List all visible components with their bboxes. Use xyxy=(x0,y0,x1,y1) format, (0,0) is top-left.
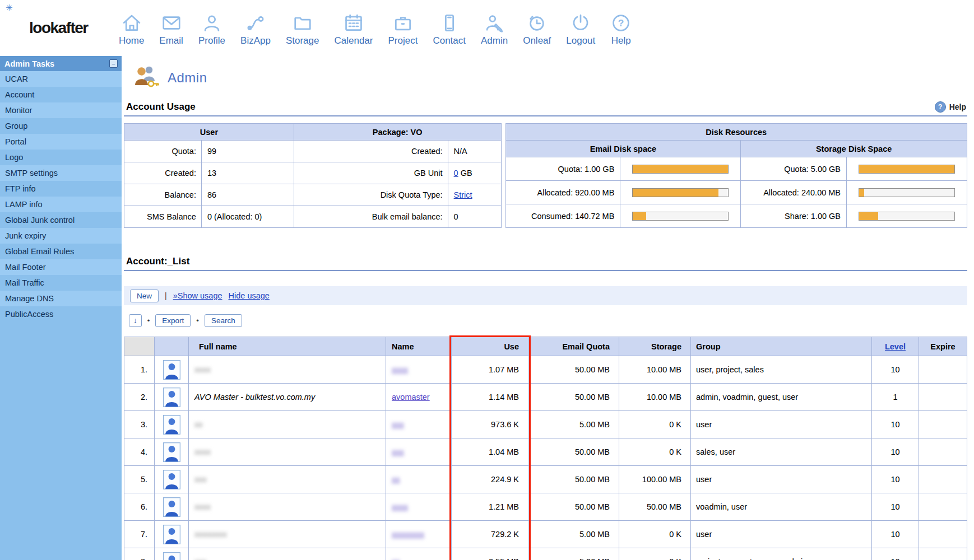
full-name-text: xxxx xyxy=(194,447,211,456)
disk-row-2: Consumed: 140.72 MBShare: 1.00 GB xyxy=(505,204,967,228)
level-value: 10 xyxy=(872,356,919,384)
account-link[interactable]: xx xyxy=(392,475,400,484)
email-disk-label: Quota: 1.00 GB xyxy=(505,157,620,181)
sidebar-item-junk-expiry[interactable]: Junk expiry xyxy=(0,228,122,244)
nav-item-label: Admin xyxy=(481,35,508,46)
sidebar-item-lamp-info[interactable]: LAMP info xyxy=(0,197,122,212)
layout: Admin Tasks − UCARAccountMonitorGroupPor… xyxy=(0,56,974,560)
usage-label: Disk Quota Type: xyxy=(294,184,448,206)
sidebar-item-portal[interactable]: Portal xyxy=(0,134,122,150)
avatar-cell xyxy=(155,356,189,384)
help-link[interactable]: ? Help xyxy=(935,101,966,113)
nav-item-storage[interactable]: Storage xyxy=(286,12,319,46)
sidebar-item-publicaccess[interactable]: PublicAccess xyxy=(0,306,122,322)
usage-row-1: Created:13GB Unit0 GB xyxy=(124,162,502,184)
group-value: sales, user xyxy=(691,438,872,466)
user-avatar-icon xyxy=(163,415,180,435)
nav-item-onleaf[interactable]: Onleaf xyxy=(523,12,551,46)
level-value: 1 xyxy=(872,384,919,411)
table-row: 8.xxxxx2.55 MB5.00 MB0 Kproject, support… xyxy=(124,548,967,560)
col-header-level[interactable]: Level xyxy=(872,337,919,356)
level-value: 10 xyxy=(872,438,919,466)
nav-item-project[interactable]: Project xyxy=(388,12,418,46)
nav-item-contact[interactable]: Contact xyxy=(433,12,466,46)
profile-icon xyxy=(201,12,222,34)
sidebar-item-monitor[interactable]: Monitor xyxy=(0,102,122,118)
sidebar-item-ftp-info[interactable]: FTP info xyxy=(0,181,122,197)
sidebar-title: Admin Tasks xyxy=(4,59,54,68)
nav-item-calendar[interactable]: Calendar xyxy=(334,12,373,46)
hide-usage-link[interactable]: Hide usage xyxy=(229,291,270,300)
sidebar-item-manage-dns[interactable]: Manage DNS xyxy=(0,291,122,306)
group-value: user xyxy=(691,521,872,548)
account-link[interactable]: xxx xyxy=(392,447,404,456)
account-link[interactable]: xxxx xyxy=(392,502,408,511)
sidebar-item-logo[interactable]: Logo xyxy=(0,150,122,165)
storage-disk-label: Allocated: 240.00 MB xyxy=(741,181,847,204)
nav-item-profile[interactable]: Profile xyxy=(198,12,225,46)
use-value: 1.21 MB xyxy=(452,493,528,521)
sidebar-item-global-junk-control[interactable]: Global Junk control xyxy=(0,212,122,228)
table-row: 7.xxxxxxxxxxxxxxxx729.2 K5.00 MB0 Kuser1… xyxy=(124,521,967,548)
sidebar-item-smtp-settings[interactable]: SMTP settings xyxy=(0,165,122,181)
storage-usage-bar-fill xyxy=(859,212,878,220)
nav-item-help[interactable]: ?Help xyxy=(610,12,632,46)
sidebar-item-mail-footer[interactable]: Mail Footer xyxy=(0,259,122,275)
bullet-separator: • xyxy=(147,316,150,325)
toolbar-separator: | xyxy=(165,291,167,300)
email-usage-bar-fill xyxy=(633,212,646,220)
nav-item-logout[interactable]: Logout xyxy=(566,12,595,46)
usage-value-link[interactable]: 0 xyxy=(454,169,458,178)
level-value: 10 xyxy=(872,548,919,560)
sidebar-item-global-email-rules[interactable]: Global Email Rules xyxy=(0,244,122,259)
usage-label: GB Unit xyxy=(294,162,448,184)
usage-value-link[interactable]: Strict xyxy=(454,190,472,199)
email-icon xyxy=(161,12,182,34)
contact-icon xyxy=(439,12,460,34)
new-button[interactable]: New xyxy=(130,290,159,302)
search-button[interactable]: Search xyxy=(205,314,242,327)
col-header-storage: Storage xyxy=(619,337,691,356)
storage-usage-bar xyxy=(859,165,955,174)
storage-icon xyxy=(292,12,313,34)
sidebar-item-ucar[interactable]: UCAR xyxy=(0,71,122,87)
level-sort-link[interactable]: Level xyxy=(885,342,906,351)
full-name-cell: xxxx xyxy=(189,493,386,521)
accounts-header-row: Full nameNameUseEmail QuotaStorageGroupL… xyxy=(124,337,967,356)
nav-item-label: Onleaf xyxy=(523,35,551,46)
user-avatar-icon xyxy=(163,360,180,380)
usage-value: 0 (Allocated: 0) xyxy=(201,206,294,228)
account-link[interactable]: avomaster xyxy=(392,393,430,402)
account-list-section-head: Account:_List xyxy=(124,256,966,267)
nav-item-admin[interactable]: Admin xyxy=(481,12,508,46)
account-usage-section-head: Account Usage ? Help xyxy=(124,101,966,113)
storage-usage-bar-fill xyxy=(859,189,864,197)
sidebar-collapse-button[interactable]: − xyxy=(109,59,118,68)
account-link[interactable]: xxxxxxxx xyxy=(392,530,424,539)
usage-row-3: SMS Balance0 (Allocated: 0)Bulk email ba… xyxy=(124,206,502,228)
full-name-text: xx xyxy=(194,420,203,429)
user-avatar-icon xyxy=(163,470,180,489)
table-row: 4.xxxxxxx1.04 MB50.00 MB0 Ksales, user10 xyxy=(124,438,967,466)
show-usage-link[interactable]: »Show usage xyxy=(173,291,222,300)
account-name-cell: xx xyxy=(386,548,452,560)
user-package-table: User Package: VO Quota:99Created:N/ACrea… xyxy=(124,123,502,228)
nav-item-home[interactable]: Home xyxy=(119,12,144,46)
sidebar-item-account[interactable]: Account xyxy=(0,87,122,102)
account-link[interactable]: xxx xyxy=(392,420,404,429)
expire-value xyxy=(919,411,967,438)
disk-resources-table: Disk Resources Email Disk space Storage … xyxy=(505,123,967,228)
nav-item-bizapp[interactable]: BizApp xyxy=(240,12,271,46)
sidebar-list: UCARAccountMonitorGroupPortalLogoSMTP se… xyxy=(0,71,122,322)
nav-item-email[interactable]: Email xyxy=(159,12,183,46)
sidebar-item-mail-traffic[interactable]: Mail Traffic xyxy=(0,275,122,291)
col-header-fullname: Full name xyxy=(189,337,386,356)
account-link[interactable]: xxxx xyxy=(392,365,408,374)
storage-disk-label: Share: 1.00 GB xyxy=(741,204,847,228)
export-button[interactable]: Export xyxy=(155,314,191,327)
group-value: admin, voadmin, guest, user xyxy=(691,384,872,411)
account-link[interactable]: xx xyxy=(392,557,400,560)
sidebar-item-group[interactable]: Group xyxy=(0,118,122,134)
project-icon xyxy=(392,12,414,34)
download-button[interactable]: ↓ xyxy=(129,314,142,327)
